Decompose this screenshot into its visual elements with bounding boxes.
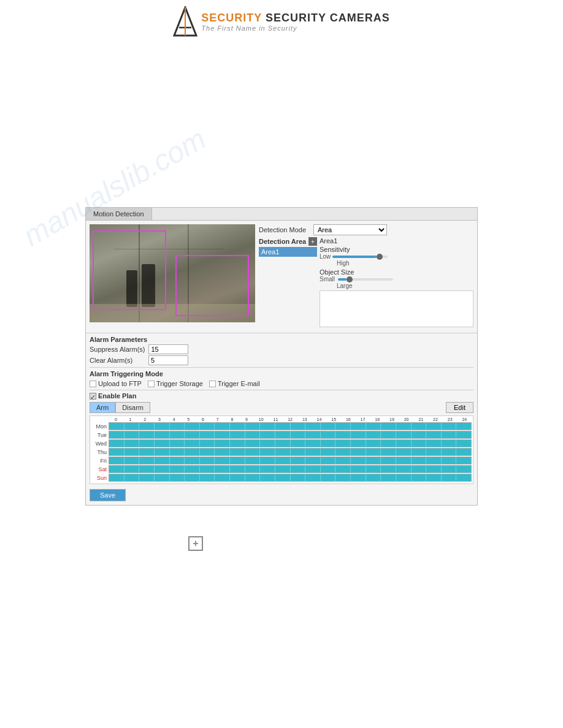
sensitivity-high: High: [337, 260, 473, 267]
area1-title: Area1: [320, 237, 473, 245]
suppress-label: Suppress Alarm(s): [90, 346, 145, 353]
schedule-row-thu: Thu: [91, 448, 472, 456]
trigger-email-checkbox[interactable]: [209, 381, 216, 387]
day-label-thu: Thu: [91, 449, 109, 455]
sensitivity-low: Low: [320, 253, 331, 260]
detection-mode-row: Detection Mode Area: [259, 224, 473, 235]
detection-mode-label: Detection Mode: [259, 226, 311, 233]
sched-cells-thu[interactable]: [109, 448, 472, 456]
enable-plan-section: ✓ Enable Plan Arm Disarm Edit 0: [90, 392, 473, 484]
motion-detection-panel: Motion Detection: [85, 207, 478, 506]
day-label-tue: Tue: [91, 432, 109, 438]
sched-cells-mon[interactable]: [109, 422, 472, 430]
trigger-storage-text: Trigger Storage: [156, 380, 203, 387]
alarm-params-title: Alarm Parameters: [90, 336, 473, 343]
day-label-sun: Sun: [91, 475, 109, 481]
sched-cells-tue[interactable]: [109, 431, 472, 439]
right-controls: Detection Mode Area Detection Area +: [259, 224, 473, 327]
arm-disarm-buttons: Arm Disarm: [90, 402, 150, 413]
upload-ftp-text: Upload to FTP: [98, 380, 142, 387]
tab-bar: Motion Detection: [86, 208, 477, 221]
notes-box: [320, 290, 473, 327]
trigger-email-text: Trigger E-mail: [218, 380, 260, 387]
brand-tagline: The First Name in Security: [201, 25, 389, 32]
logo: SECURITY SECURITY CAMERAS The First Name…: [173, 6, 389, 37]
camera-feed-area: [90, 224, 255, 327]
upload-ftp-label[interactable]: Upload to FTP: [90, 380, 142, 387]
sched-cells-fri[interactable]: [109, 457, 472, 464]
schedule-row-wed: Wed: [91, 439, 472, 447]
trigger-storage-label[interactable]: Trigger Storage: [148, 380, 203, 387]
brand-title: SECURITY SECURITY CAMERAS: [201, 12, 389, 25]
enable-plan-text: Enable Plan: [98, 392, 136, 400]
save-section: Save: [90, 489, 473, 501]
disarm-button[interactable]: Disarm: [115, 402, 150, 413]
area-column: Detection Area + Area1: [259, 237, 317, 327]
camera-view: [90, 224, 255, 322]
trigger-options-row: Upload to FTP Trigger Storage Trigger E-…: [90, 380, 473, 387]
sensitivity-slider[interactable]: [332, 256, 388, 258]
area-item-1[interactable]: Area1: [259, 247, 317, 257]
object-size-large: Large: [337, 282, 473, 289]
area-list: Area1: [259, 247, 317, 257]
arm-button[interactable]: Arm: [90, 402, 115, 413]
detection-box-2: [175, 255, 249, 316]
clear-alarm-row: Clear Alarm(s): [90, 355, 473, 365]
schedule-row-sat: Sat: [91, 465, 472, 473]
trigger-storage-checkbox[interactable]: [148, 381, 155, 387]
day-label-wed: Wed: [91, 441, 109, 447]
logo-text: SECURITY SECURITY CAMERAS The First Name…: [201, 12, 389, 32]
enable-plan-checkbox[interactable]: ✓: [90, 393, 96, 400]
panel-content: Detection Mode Area Detection Area +: [86, 221, 477, 331]
suppress-input[interactable]: [148, 344, 188, 354]
bottom-section: Alarm Parameters Suppress Alarm(s) Clear…: [86, 336, 477, 505]
schedule-row-sun: Sun: [91, 474, 472, 482]
sensitivity-slider-row: Low: [320, 253, 473, 260]
day-label-mon: Mon: [91, 423, 109, 430]
schedule-header: 0 1 2 3 4 5 6 7 8 9 10 11 12 13: [109, 417, 472, 422]
save-button[interactable]: Save: [90, 489, 126, 501]
tab-motion-detection[interactable]: Motion Detection: [86, 208, 152, 220]
detection-area-settings: Detection Area + Area1 Area1 Sensitivity: [259, 237, 473, 327]
clear-label: Clear Alarm(s): [90, 357, 145, 364]
detection-area-label: Detection Area: [259, 238, 306, 245]
sensitivity-label: Sensitivity: [320, 246, 473, 253]
trigger-email-label[interactable]: Trigger E-mail: [209, 380, 260, 387]
sched-cells-sat[interactable]: [109, 465, 472, 473]
alarm-trigger-title: Alarm Triggering Mode: [90, 370, 473, 377]
object-size-small: Small: [320, 276, 335, 282]
schedule-row-mon: Mon: [91, 422, 472, 430]
object-size-label: Object Size: [320, 268, 473, 276]
sched-cell[interactable]: [109, 423, 124, 430]
settings-column: Area1 Sensitivity Low High Objec: [320, 237, 473, 327]
header: SECURITY SECURITY CAMERAS The First Name…: [0, 0, 563, 42]
day-label-fri: Fri: [91, 458, 109, 464]
alarm-trigger-section: Alarm Triggering Mode Upload to FTP Trig…: [90, 370, 473, 387]
object-size-slider-row: Small: [320, 276, 473, 282]
brand-highlight: SECURITY: [201, 12, 266, 24]
add-area-button[interactable]: +: [308, 237, 317, 246]
object-size-slider[interactable]: [338, 278, 393, 281]
detection-area-header: Detection Area +: [259, 237, 317, 246]
suppress-alarm-row: Suppress Alarm(s): [90, 344, 473, 354]
schedule-row-fri: Fri: [91, 457, 472, 464]
schedule-grid: 0 1 2 3 4 5 6 7 8 9 10 11 12 13: [90, 415, 473, 484]
plan-controls: Arm Disarm Edit: [90, 402, 473, 413]
enable-plan-header: ✓ Enable Plan: [90, 392, 473, 400]
clear-input[interactable]: [148, 355, 188, 365]
schedule-row-tue: Tue: [91, 431, 472, 439]
sched-cells-sun[interactable]: [109, 474, 472, 482]
sched-cells-wed[interactable]: [109, 439, 472, 447]
edit-button[interactable]: Edit: [446, 402, 473, 413]
bottom-add-icon[interactable]: +: [188, 536, 203, 551]
detection-mode-select[interactable]: Area: [313, 224, 387, 235]
logo-icon: [173, 6, 197, 37]
day-label-sat: Sat: [91, 466, 109, 472]
upload-ftp-checkbox[interactable]: [90, 381, 96, 387]
detection-box-1: [93, 230, 166, 310]
enable-plan-check-label[interactable]: ✓ Enable Plan: [90, 392, 136, 400]
